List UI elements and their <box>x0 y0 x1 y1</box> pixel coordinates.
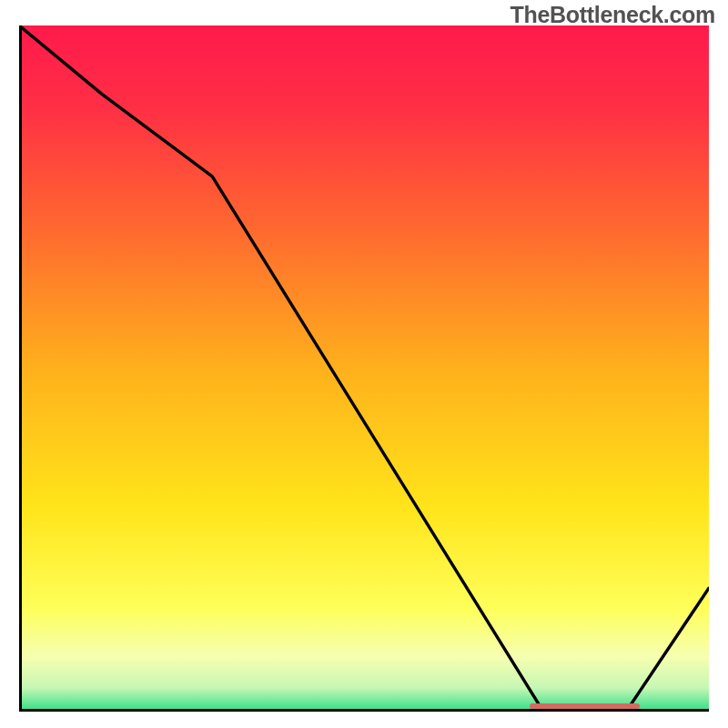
watermark-text: TheBottleneck.com <box>510 2 715 28</box>
curve-path <box>19 25 709 712</box>
chart-container: TheBottleneck.com <box>0 0 728 728</box>
plot-area <box>19 25 709 712</box>
optimal-range-marker <box>530 703 640 709</box>
bottleneck-curve <box>19 25 709 712</box>
